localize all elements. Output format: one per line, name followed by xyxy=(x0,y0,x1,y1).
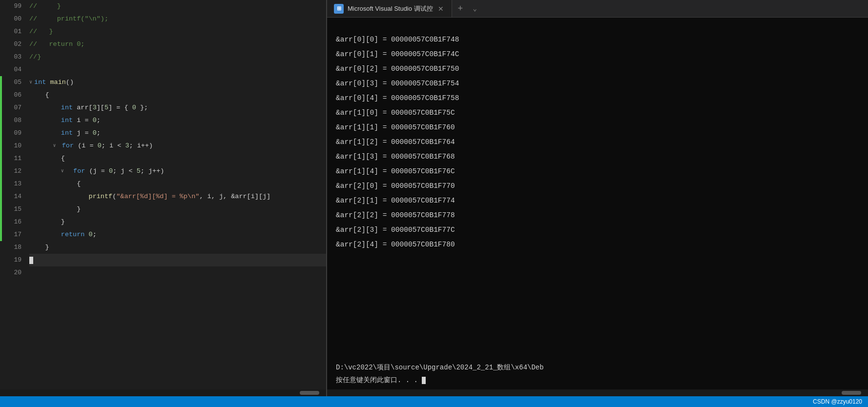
code-line-12: ∨ for (j = 0 ; j < 5 ; j++) xyxy=(29,165,326,178)
main-container: 99 00 01 02 03 04 05 06 07 08 09 10 11 1… xyxy=(0,0,868,396)
code-line-10: ∨ for (i = 0 ; i < 3 ; i++) xyxy=(29,140,326,152)
code-line-18: } xyxy=(29,241,326,254)
terminal-h-scrollbar[interactable] xyxy=(327,389,868,396)
code-line-11: { xyxy=(29,152,326,165)
terminal-blank-line-2 xyxy=(336,252,859,261)
terminal-tab-label: Microsoft Visual Studio 调试控 xyxy=(348,4,433,13)
terminal-blank-line xyxy=(336,23,859,32)
terminal-line-11: &arr[2][1] = 0000057C0B1F774 xyxy=(336,193,859,208)
line-numbers: 99 00 01 02 03 04 05 06 07 08 09 10 11 1… xyxy=(2,0,25,389)
terminal-tab-bar: ⊞ Microsoft Visual Studio 调试控 ✕ + ⌄ xyxy=(327,0,868,18)
code-line-15: } xyxy=(29,203,326,216)
code-line-09: int j = 0 ; xyxy=(29,127,326,140)
code-line-06: { xyxy=(29,89,326,102)
terminal-line-5: &arr[1][0] = 0000057C0B1F75C xyxy=(336,105,859,120)
code-line-04 xyxy=(29,63,326,76)
h-scrollbar-thumb[interactable] xyxy=(300,391,319,395)
terminal-line-4: &arr[0][4] = 00000057C0B1F758 xyxy=(336,91,859,105)
code-line-08: int i = 0 ; xyxy=(29,114,326,127)
terminal-prompt-line: 按任意键关闭此窗口. . . xyxy=(336,374,859,387)
terminal-line-2: &arr[0][2] = 00000057C0B1F750 xyxy=(336,61,859,76)
terminal-line-1: &arr[0][1] = 00000057C0B1F74C xyxy=(336,47,859,61)
terminal-tab-close[interactable]: ✕ xyxy=(437,4,445,14)
code-line-02: // return 0; xyxy=(29,38,326,51)
cursor xyxy=(29,257,33,264)
code-panel: 99 00 01 02 03 04 05 06 07 08 09 10 11 1… xyxy=(0,0,327,396)
terminal-line-14: &arr[2][4] = 0000057C0B1F780 xyxy=(336,237,859,252)
terminal-line-6: &arr[1][1] = 0000057C0B1F760 xyxy=(336,120,859,135)
code-h-scrollbar[interactable] xyxy=(0,389,326,396)
terminal-tab-icon: ⊞ xyxy=(334,4,344,14)
code-line-00: // printf("\n"); xyxy=(29,13,326,25)
code-line-14: printf ( "&arr[%d][%d] = %p\n" , i, j, &… xyxy=(29,190,326,203)
status-bar: CSDN @zzyu0120 xyxy=(0,396,868,407)
code-line-01: // } xyxy=(29,25,326,38)
code-line-16: } xyxy=(29,216,326,228)
code-line-05: ∨ int main () xyxy=(29,76,326,89)
terminal-cursor xyxy=(422,377,426,384)
code-line-03: //} xyxy=(29,51,326,63)
code-line-07: int arr[ 3 ][ 5 ] = { 0 }; xyxy=(29,102,326,114)
terminal-add-button[interactable]: + xyxy=(452,0,469,17)
terminal-line-7: &arr[1][2] = 0000057C0B1F764 xyxy=(336,135,859,149)
status-attribution: CSDN @zzyu0120 xyxy=(813,398,862,405)
code-line-13: { xyxy=(29,178,326,190)
terminal-line-12: &arr[2][2] = 0000057C0B1F778 xyxy=(336,208,859,223)
terminal-panel: ⊞ Microsoft Visual Studio 调试控 ✕ + ⌄ &arr… xyxy=(327,0,868,396)
code-line-19 xyxy=(29,254,326,266)
terminal-line-8: &arr[1][3] = 0000057C0B1F768 xyxy=(336,149,859,164)
terminal-line-0: &arr[0][0] = 00000057C0B1F748 xyxy=(336,32,859,47)
terminal-line-3: &arr[0][3] = 00000057C0B1F754 xyxy=(336,76,859,91)
terminal-line-13: &arr[2][3] = 0000057C0B1F77C xyxy=(336,223,859,237)
code-area: 99 00 01 02 03 04 05 06 07 08 09 10 11 1… xyxy=(0,0,326,389)
code-line-99: // } xyxy=(29,0,326,13)
terminal-chevron-button[interactable]: ⌄ xyxy=(469,0,480,17)
terminal-line-9: &arr[1][4] = 0000057C0B1F76C xyxy=(336,164,859,179)
terminal-body: &arr[0][0] = 00000057C0B1F748 &arr[0][1]… xyxy=(327,18,868,359)
terminal-tab[interactable]: ⊞ Microsoft Visual Studio 调试控 ✕ xyxy=(327,0,452,17)
code-line-17: return 0 ; xyxy=(29,228,326,241)
terminal-line-10: &arr[2][0] = 0000057C0B1F770 xyxy=(336,179,859,193)
terminal-footer: D:\vc2022\项目\source\Upgrade\2024_2_21_数组… xyxy=(327,359,868,389)
code-line-20 xyxy=(29,266,326,279)
terminal-h-scrollbar-thumb[interactable] xyxy=(842,391,861,395)
code-content: // } // printf("\n"); // } // return 0; xyxy=(25,0,326,389)
terminal-path-line: D:\vc2022\项目\source\Upgrade\2024_2_21_数组… xyxy=(336,361,859,374)
